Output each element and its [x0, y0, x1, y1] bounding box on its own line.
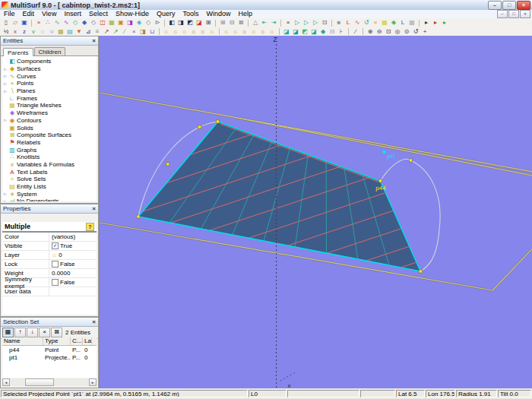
render-solid-button[interactable]: ◆	[318, 28, 328, 36]
remove-selected-button[interactable]: ×	[39, 328, 50, 337]
insert-snake-button[interactable]: ∿	[62, 19, 71, 27]
render-shade-button[interactable]: ◪	[291, 28, 300, 36]
tree-item-no-dependents[interactable]: ▷⊣No Dependents	[2, 198, 97, 201]
tree-item-relabels[interactable]: ⚑Relabels	[2, 139, 97, 147]
insert-contour-button[interactable]: ▦	[107, 19, 116, 27]
insert-frame-button[interactable]: ◫	[98, 19, 107, 27]
lamp-children-button[interactable]: ☼	[258, 28, 268, 36]
tree-item-system[interactable]: ▷∗System	[2, 190, 97, 198]
tree-item-knotlists[interactable]: ∴Knotlists	[2, 154, 97, 161]
nudge-right-button[interactable]: ⇥	[269, 19, 278, 27]
divide-button[interactable]: ½	[2, 28, 11, 36]
tree-item-points[interactable]: ▷×Points	[2, 80, 97, 87]
property-value[interactable]: False	[49, 261, 97, 268]
show-entity-button[interactable]: ☼	[162, 28, 171, 36]
delete-selection-button[interactable]: ×	[283, 19, 293, 27]
zoom-fit-button[interactable]: ◎	[393, 28, 402, 36]
view-window-1-button[interactable]: ◧	[167, 19, 176, 27]
render-hybrid-button[interactable]: ◪	[309, 28, 318, 36]
insert-variable-button[interactable]: ◈	[135, 19, 144, 27]
scale-tool-button[interactable]: ◨	[138, 28, 147, 36]
mirror-tool-button[interactable]: ∕	[120, 28, 129, 36]
measure-angle-button[interactable]: △	[251, 19, 260, 27]
open-file-button[interactable]: ▱	[11, 19, 20, 27]
select-arrow-button[interactable]: ▸	[422, 19, 431, 27]
menu-select[interactable]: Select	[85, 10, 112, 18]
menu-insert[interactable]: Insert	[60, 10, 85, 18]
menu-edit[interactable]: Edit	[19, 10, 39, 18]
poly-line-button[interactable]: L	[344, 19, 353, 27]
insert-solid-button[interactable]: ◆	[80, 19, 89, 27]
close-button[interactable]: ×	[517, 1, 530, 10]
control-point[interactable]	[137, 215, 140, 218]
property-value[interactable]: (various)	[49, 233, 97, 240]
insert-composite-button[interactable]: ▣	[116, 19, 125, 27]
tree-item-variables-formulas[interactable]: xVariables & Formulas	[2, 161, 97, 169]
expand-icon[interactable]: ▷	[2, 67, 8, 71]
selection-row-p44[interactable]: p44PointP...0	[2, 346, 97, 353]
rotate-tool-button[interactable]: ×	[129, 28, 138, 36]
insert-plane-button[interactable]: ◇	[89, 19, 98, 27]
project-2-button[interactable]: ↗	[111, 28, 120, 36]
expand-icon[interactable]: ▷	[2, 118, 8, 122]
point-z-button[interactable]: z	[20, 28, 29, 36]
control-point[interactable]	[217, 120, 220, 123]
comment-button[interactable]: ⊡	[320, 19, 329, 27]
lamp-hidden-button[interactable]: ☼	[240, 28, 249, 36]
green-surface-button[interactable]: ◈	[389, 19, 398, 27]
mesh-2-button[interactable]: ▤	[65, 28, 74, 36]
tree-item-solids[interactable]: ▣Solids	[2, 124, 97, 131]
show-only-button[interactable]: ☼	[207, 28, 217, 36]
pt1-point[interactable]	[382, 150, 385, 154]
point-x-button[interactable]: x	[11, 28, 20, 36]
tab-children[interactable]: Children	[34, 47, 66, 55]
expand-icon[interactable]: ▷	[2, 74, 8, 78]
property-value[interactable]: 0.0000	[49, 270, 97, 277]
menu-show-hide[interactable]: Show-Hide	[112, 10, 153, 18]
expand-icon[interactable]: ▷	[2, 81, 8, 86]
scroll-thumb[interactable]	[25, 378, 54, 386]
table-tool-button[interactable]: ▦	[407, 19, 416, 27]
render-edges-button[interactable]: ⊦	[337, 28, 346, 36]
tree-item-entity-lists[interactable]: ▤Entity Lists	[2, 183, 97, 191]
draw-pen-button[interactable]: ∕	[351, 28, 360, 36]
show-children-button[interactable]: ☼	[180, 28, 189, 36]
tree-item-surfaces[interactable]: ▷◆Surfaces	[2, 65, 97, 73]
column-header-name[interactable]: Name	[2, 337, 43, 345]
tree-item-solve-sets[interactable]: =Solve Sets	[2, 176, 97, 183]
delete-entity-button[interactable]: ×	[34, 19, 43, 27]
expand-icon[interactable]: ▷	[2, 89, 8, 93]
insert-curve-button[interactable]: ∿	[52, 19, 62, 27]
column-header-la[interactable]: La	[83, 337, 92, 345]
tree-item-graphs[interactable]: ▥Graphs	[2, 146, 97, 154]
tree-item-text-labels[interactable]: AText Labels	[2, 168, 97, 176]
flag-2-button[interactable]: ▷	[302, 19, 311, 27]
view-window-3-button[interactable]: ◩	[185, 19, 195, 27]
viewport[interactable]: Zxpt1p44	[99, 36, 532, 388]
tree-item-composite-surfaces[interactable]: ⊠Composite Surfaces	[2, 131, 97, 139]
rotate-view-button[interactable]: ↺	[411, 28, 420, 36]
column-header-type[interactable]: Type	[43, 337, 71, 345]
menu-window[interactable]: Window	[202, 10, 234, 18]
hide-others-button[interactable]: ☼	[198, 28, 207, 36]
magnet-tool-button[interactable]: ▦	[56, 28, 65, 36]
free-curve-button[interactable]: ∿	[353, 19, 362, 27]
property-value[interactable]: False	[49, 279, 97, 286]
zoom-previous-button[interactable]: ⊙	[402, 28, 411, 36]
lamp-parents-button[interactable]: ☼	[249, 28, 258, 36]
control-point[interactable]	[419, 270, 422, 273]
tree-item-planes[interactable]: ▷∖Planes	[2, 87, 97, 95]
control-point[interactable]	[409, 159, 412, 162]
scroll-right-icon[interactable]: ▸	[89, 378, 97, 386]
offset-tool-button[interactable]: ≡	[93, 28, 102, 36]
menu-help[interactable]: Help	[235, 10, 257, 18]
hide-entity-button[interactable]: ☼	[189, 28, 198, 36]
tree-item-curves[interactable]: ▷∿Curves	[2, 72, 97, 80]
save-file-button[interactable]: ▣	[20, 19, 29, 27]
child-minimize-button[interactable]: –	[497, 10, 508, 18]
unchecked-checkbox-icon[interactable]	[52, 279, 59, 286]
menu-file[interactable]: File	[0, 10, 19, 18]
ring-tool-button[interactable]: ○	[47, 28, 56, 36]
tree-item-contours[interactable]: ▷◉Contours	[2, 117, 97, 125]
lamp-visible-button[interactable]: ☼	[231, 28, 240, 36]
